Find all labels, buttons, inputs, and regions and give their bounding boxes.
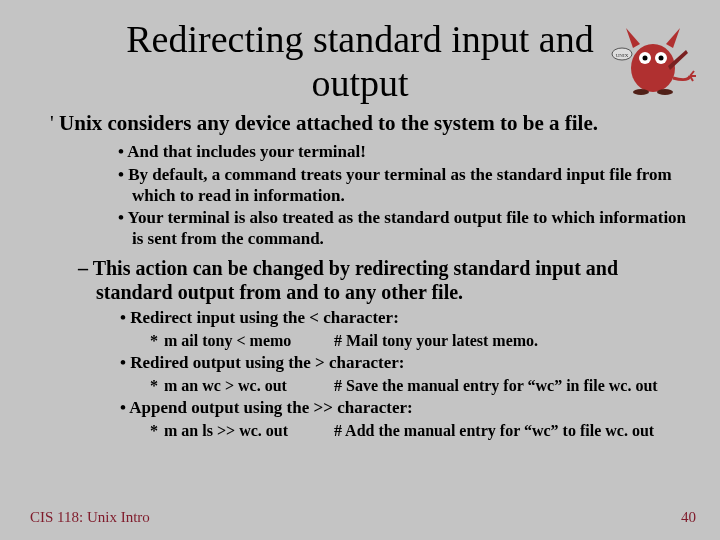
asterisk-bullet: * (150, 421, 164, 441)
footer-page-number: 40 (681, 509, 696, 526)
example-command: m an ls >> wc. out (164, 421, 334, 441)
svg-point-3 (643, 56, 648, 61)
example-command: m ail tony < memo (164, 331, 334, 351)
redirect-label: Append output using the >> character: (120, 398, 690, 419)
svg-point-4 (659, 56, 664, 61)
sub-point: Your terminal is also treated as the sta… (118, 208, 690, 249)
example-comment: # Save the manual entry for “wc” in file… (334, 376, 690, 396)
bsd-mascot-image: UNIX (608, 18, 698, 96)
redirect-label: Redired output using the > character: (120, 353, 690, 374)
main-point: Unix considers any device attached to th… (50, 111, 690, 136)
example-comment: # Add the manual entry for “wc” to file … (334, 421, 690, 441)
sub-point: And that includes your terminal! (118, 142, 690, 163)
slide-title: Redirecting standard input and output (90, 18, 630, 105)
redirect-intro: This action can be changed by redirectin… (78, 256, 690, 304)
asterisk-bullet: * (150, 331, 164, 351)
footer-course: CIS 118: Unix Intro (30, 509, 150, 526)
redirect-example: * m an wc > wc. out # Save the manual en… (150, 376, 690, 396)
svg-point-7 (633, 89, 649, 95)
asterisk-bullet: * (150, 376, 164, 396)
slide-content: Redirecting standard input and output UN… (0, 0, 720, 441)
example-command: m an wc > wc. out (164, 376, 334, 396)
redirect-example: * m an ls >> wc. out # Add the manual en… (150, 421, 690, 441)
redirect-example: * m ail tony < memo # Mail tony your lat… (150, 331, 690, 351)
example-comment: # Mail tony your latest memo. (334, 331, 690, 351)
svg-point-0 (631, 44, 675, 92)
svg-point-8 (657, 89, 673, 95)
sub-point: By default, a command treats your termin… (118, 165, 690, 206)
svg-text:UNIX: UNIX (616, 53, 629, 58)
redirect-label: Redirect input using the < character: (120, 308, 690, 329)
